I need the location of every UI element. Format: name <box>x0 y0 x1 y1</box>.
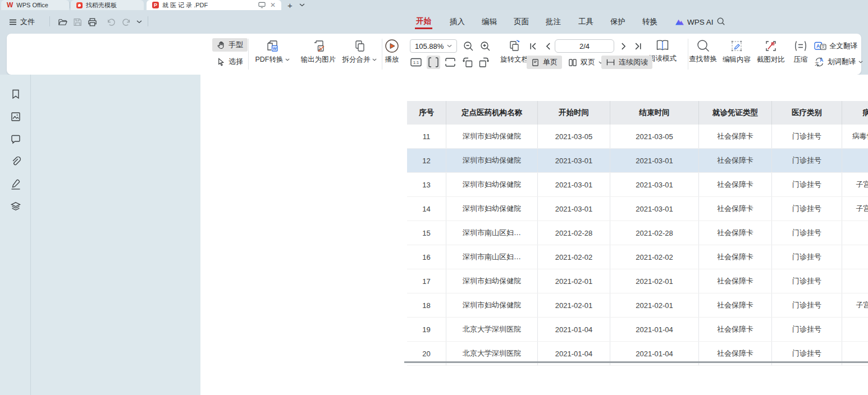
find-replace-button[interactable]: 查找替换 <box>687 39 719 64</box>
chevron-down-icon <box>372 58 377 61</box>
pdf-page: 序号定点医药机构名称开始时间结束时间就诊凭证类型医疗类别病种名称住院主诊断名称手… <box>200 75 868 395</box>
table-row[interactable]: 14深圳市妇幼保健院2021-03-012021-03-01社会保障卡门诊挂号子… <box>407 197 868 221</box>
menu-item-wps-ai[interactable]: WPS AI <box>674 15 715 29</box>
actual-size-button[interactable]: 1:1 <box>409 56 423 69</box>
table-row[interactable]: 13深圳市妇幼保健院2021-03-012021-03-01社会保障卡门诊挂号子… <box>407 173 868 197</box>
next-page-button[interactable] <box>616 39 630 53</box>
table-cell: 2021-02-28 <box>610 221 699 245</box>
layers-icon[interactable] <box>10 200 22 213</box>
table-cell: 2021-02-02 <box>538 245 610 269</box>
play-button[interactable]: 播放 <box>378 39 405 65</box>
find-replace-icon <box>696 39 710 53</box>
hand-tool-button[interactable]: 手型 <box>212 38 248 52</box>
divider <box>49 16 50 26</box>
table-cell: 2021-02-01 <box>610 293 699 317</box>
rotate-right-button[interactable] <box>477 56 491 69</box>
rotate-left-button[interactable] <box>461 56 474 69</box>
table-cell: 17 <box>407 269 446 293</box>
menu-item-home[interactable]: 开始 <box>415 15 432 29</box>
tab-label: WPS Office <box>16 2 48 8</box>
column-header: 病种名称 <box>842 101 868 125</box>
table-cell: 11 <box>407 125 446 148</box>
word-translate-button[interactable]: A 文 划词翻译 <box>814 57 863 67</box>
svg-text:文: 文 <box>821 44 825 49</box>
zoom-out-button[interactable] <box>462 39 475 53</box>
tab-list-chevron-icon[interactable] <box>299 0 305 10</box>
continuous-read-button[interactable]: 连续阅读 <box>601 56 652 69</box>
menu-item-insert[interactable]: 插入 <box>449 15 466 29</box>
new-tab-button[interactable]: + <box>287 0 293 10</box>
column-header: 定点医药机构名称 <box>446 101 538 125</box>
hand-icon <box>217 41 225 49</box>
menu-item-protect[interactable]: 保护 <box>609 15 627 29</box>
edit-content-button[interactable]: 编辑内容 <box>721 39 752 65</box>
menu-item-comment[interactable]: 批注 <box>545 15 562 29</box>
zoom-level-dropdown[interactable]: 105.88% <box>410 39 457 53</box>
print-button[interactable] <box>88 16 97 28</box>
table-row[interactable]: 11深圳市妇幼保健院2021-03-052021-03-05社会保障卡门诊挂号病… <box>407 125 868 149</box>
undo-button[interactable] <box>107 16 116 28</box>
folder-open-icon <box>58 17 67 27</box>
zoom-level-value: 105.88% <box>415 42 444 50</box>
page-indicator-input[interactable]: 2/4 <box>555 39 614 53</box>
table-row[interactable]: 12深圳市妇幼保健院2021-03-012021-03-01社会保障卡门诊挂号-… <box>407 149 868 173</box>
signature-pen-icon[interactable] <box>10 178 22 190</box>
single-page-button[interactable]: 单页 <box>527 56 562 69</box>
menu-search-button[interactable] <box>716 15 725 27</box>
bookmark-icon[interactable] <box>10 88 22 100</box>
zoom-in-button[interactable] <box>478 39 492 53</box>
select-tool-button[interactable]: 选择 <box>212 55 248 68</box>
fit-width-button[interactable] <box>444 56 457 69</box>
export-image-button[interactable]: 输出为图片 <box>295 39 341 65</box>
split-merge-icon <box>352 39 367 53</box>
compress-icon <box>793 39 808 53</box>
redo-button[interactable] <box>121 16 131 28</box>
pdf-convert-button[interactable]: W PDF转换 <box>252 39 293 65</box>
menu-item-tools[interactable]: 工具 <box>577 15 595 29</box>
table-row[interactable]: 16深圳市南山区妇…2021-02-022021-02-02社会保障卡门诊挂号-… <box>407 245 868 269</box>
column-header: 就诊凭证类型 <box>699 101 772 125</box>
hand-tool-label: 手型 <box>229 40 243 50</box>
open-button[interactable] <box>58 16 67 28</box>
zoom-in-icon <box>480 41 491 52</box>
table-row[interactable]: 19北京大学深圳医院2021-01-042021-01-04社会保障卡门诊挂号-… <box>407 318 868 342</box>
menu-item-convert[interactable]: 转换 <box>641 15 659 29</box>
table-cell: 2021-03-01 <box>610 197 699 221</box>
table-cell: 13 <box>407 173 446 196</box>
compress-button[interactable]: 压缩 <box>789 39 812 65</box>
full-translate-button[interactable]: A 文 全文翻译 <box>814 42 857 51</box>
last-page-button[interactable] <box>631 39 645 53</box>
table-cell: 子宫平滑肌瘤 <box>842 197 868 221</box>
divider <box>248 39 249 70</box>
tab-wps-office[interactable]: W WPS Office <box>1 0 69 10</box>
monitor-icon[interactable] <box>258 2 266 8</box>
first-page-button[interactable] <box>526 39 540 53</box>
table-cell: 门诊挂号 <box>772 221 842 245</box>
screenshot-compare-icon <box>764 39 778 53</box>
file-menu[interactable]: 文件 <box>9 16 35 28</box>
tab-docer-templates[interactable]: 找稻壳模板 <box>71 0 144 10</box>
menu-item-edit[interactable]: 编辑 <box>481 15 498 29</box>
quick-access-chevron[interactable] <box>136 16 142 28</box>
table-cell: 16 <box>407 245 446 269</box>
comment-icon[interactable] <box>10 133 22 145</box>
full-translate-label: 全文翻译 <box>829 42 857 51</box>
fit-page-button[interactable] <box>427 56 440 69</box>
previous-page-button[interactable] <box>541 39 555 53</box>
table-cell: 子宫平滑肌瘤 <box>842 293 868 317</box>
menu-item-page[interactable]: 页面 <box>513 15 530 29</box>
screenshot-compare-button[interactable]: 截图对比 <box>755 39 787 65</box>
column-header: 医疗类别 <box>772 101 842 125</box>
image-icon[interactable] <box>10 111 22 123</box>
close-icon[interactable]: ✕ <box>270 1 276 9</box>
table-row[interactable]: 18深圳市妇幼保健院2021-02-012021-02-01社会保障卡门诊挂号子… <box>407 293 868 318</box>
table-row[interactable]: 15深圳市南山区妇…2021-02-282021-02-28社会保障卡门诊挂号-… <box>407 221 868 245</box>
attachment-icon[interactable] <box>10 155 22 168</box>
table-row[interactable]: 17深圳市妇幼保健院2021-02-012021-02-01社会保障卡门诊挂号-… <box>407 269 868 293</box>
fit-width-icon <box>444 56 456 68</box>
save-button[interactable] <box>73 16 83 28</box>
table-cell: 门诊挂号 <box>772 149 842 172</box>
split-merge-button[interactable]: 拆分合并 <box>339 39 380 65</box>
tab-document-active[interactable]: P 就 医 记 录 .PDF ✕ <box>147 0 281 10</box>
select-tool-label: 选择 <box>229 57 243 67</box>
